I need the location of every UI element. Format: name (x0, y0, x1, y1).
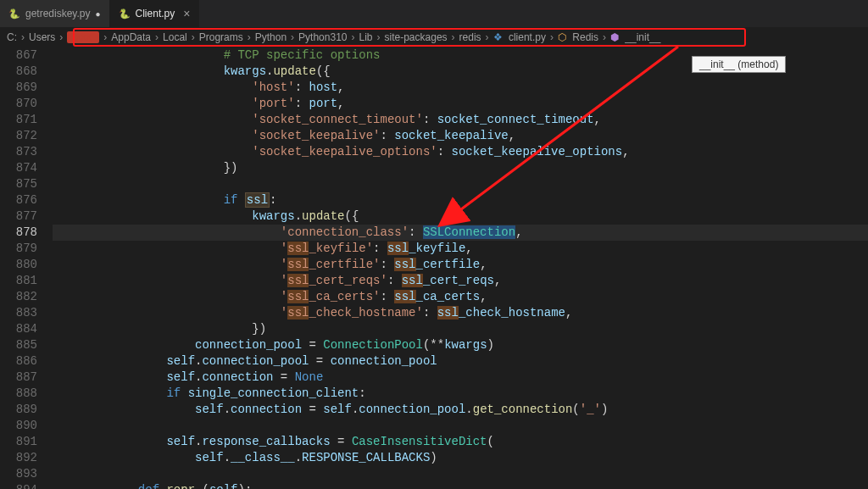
code-line: self.connection = None (53, 370, 868, 386)
chevron-right-icon: › (192, 31, 195, 43)
code-line: 'ssl_ca_certs': ssl_ca_certs, (53, 289, 868, 305)
breadcrumb[interactable]: C: › Users › xxx › AppData › Local › Pro… (0, 27, 868, 47)
code-line: # TCP specific options (53, 47, 868, 64)
breadcrumb-item[interactable]: Python310 (298, 31, 347, 43)
file-icon: ❖ (493, 31, 503, 43)
breadcrumb-item[interactable]: C: (7, 31, 17, 43)
close-icon[interactable]: × (183, 7, 190, 20)
breadcrumb-item[interactable]: Lib (359, 31, 373, 43)
code-line-current: 'connection_class': SSLConnection, (53, 225, 868, 241)
code-line: if single_connection_client: (53, 386, 868, 402)
line-number-gutter: 8678688698708718728738748758768778788798… (0, 47, 53, 489)
breadcrumb-item[interactable]: AppData (111, 31, 151, 43)
chevron-right-icon: › (377, 31, 381, 43)
tab-label: getrediskey.py (25, 8, 90, 19)
chevron-right-icon: › (486, 31, 489, 43)
code-editor[interactable]: 8678688698708718728738748758768778788798… (0, 47, 868, 489)
code-line: def repr (self): (53, 482, 868, 489)
code-line (53, 176, 868, 192)
code-line (53, 418, 868, 434)
tab-label: Client.py (136, 8, 175, 19)
code-line: 'host': host, (53, 80, 868, 96)
chevron-right-icon: › (452, 31, 455, 43)
code-area[interactable]: # TCP specific options kwargs.update({ '… (53, 47, 868, 489)
editor-tabs: 🐍 getrediskey.py ● 🐍 Client.py × (0, 0, 868, 27)
breadcrumb-item[interactable]: Programs (199, 31, 243, 43)
code-line: self.__class__.RESPONSE_CALLBACKS) (53, 450, 868, 466)
breadcrumb-item[interactable]: site-packages (385, 31, 448, 43)
breadcrumb-item[interactable]: redis (459, 31, 481, 43)
python-file-icon: 🐍 (8, 8, 20, 19)
chevron-right-icon: › (291, 31, 294, 43)
breadcrumb-item[interactable]: Local (163, 31, 187, 43)
breadcrumb-class[interactable]: ⬡ Redis (558, 31, 598, 43)
breadcrumb-item-redacted[interactable]: xxx (67, 31, 99, 43)
chevron-right-icon: › (103, 31, 107, 43)
chevron-right-icon: › (603, 31, 606, 43)
class-icon: ⬡ (558, 31, 566, 43)
chevron-right-icon: › (550, 31, 554, 43)
chevron-right-icon: › (155, 31, 159, 43)
code-line: 'socket_connect_timeout': socket_connect… (53, 112, 868, 128)
code-line: 'ssl_cert_reqs': ssl_cert_reqs, (53, 273, 868, 289)
chevron-right-icon: › (248, 31, 251, 43)
code-line: self.connection_pool = connection_pool (53, 353, 868, 370)
breadcrumb-item[interactable]: Users (29, 31, 55, 43)
code-line: 'ssl_check_hostname': ssl_check_hostname… (53, 305, 868, 321)
breadcrumb-item[interactable]: Python (255, 31, 287, 43)
tab-client[interactable]: 🐍 Client.py × (110, 0, 200, 27)
code-line: kwargs.update({ (53, 64, 868, 80)
modified-indicator: ● (95, 9, 100, 19)
code-line: 'socket_keepalive': socket_keepalive, (53, 128, 868, 144)
python-file-icon: 🐍 (119, 8, 131, 19)
tab-getrediskey[interactable]: 🐍 getrediskey.py ● (0, 0, 110, 27)
method-icon: ⬢ (610, 31, 619, 43)
breadcrumb-method[interactable]: ⬢ __init__ (610, 31, 660, 43)
code-line: kwargs.update({ (53, 208, 868, 225)
code-line: self.connection = self.connection_pool.g… (53, 402, 868, 418)
code-line: 'port': port, (53, 96, 868, 112)
code-line: if ssl: (53, 192, 868, 208)
breadcrumb-file[interactable]: ❖ client.py (493, 31, 546, 43)
code-line: }) (53, 321, 868, 337)
code-line: connection_pool = ConnectionPool(**kwarg… (53, 337, 868, 353)
code-line: self.response_callbacks = CaseInsensitiv… (53, 434, 868, 450)
chevron-right-icon: › (59, 31, 63, 43)
code-line: 'ssl_keyfile': ssl_keyfile, (53, 241, 868, 257)
code-line: 'socket_keepalive_options': socket_keepa… (53, 144, 868, 160)
chevron-right-icon: › (21, 31, 25, 43)
code-line (53, 466, 868, 482)
code-line: }) (53, 160, 868, 176)
chevron-right-icon: › (352, 31, 355, 43)
code-line: 'ssl_certfile': ssl_certfile, (53, 257, 868, 273)
